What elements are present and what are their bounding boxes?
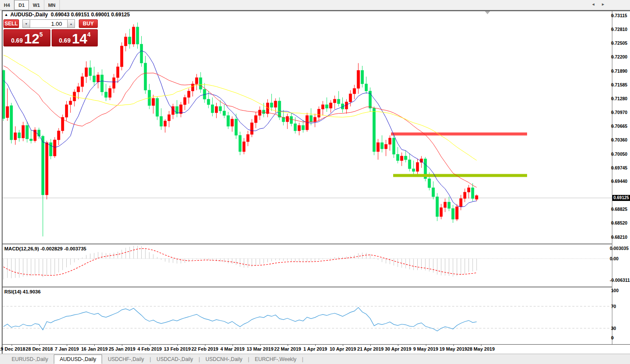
- buy-price-pip-digit: 4: [87, 31, 91, 38]
- timeframe-toolbar: H4D1W1MN: [0, 0, 630, 10]
- resistance-line: [391, 133, 527, 136]
- timeframe-button-d1[interactable]: D1: [14, 0, 29, 10]
- tab-scroll-right-button[interactable]: ►: [601, 2, 611, 6]
- price-axis-label: 0.72810: [611, 27, 630, 32]
- date-axis-tick: [398, 344, 398, 346]
- sell-button[interactable]: SELL: [3, 19, 19, 28]
- medium-ma-red: [3, 66, 477, 188]
- panel-splitter[interactable]: [3, 244, 612, 244]
- rsi-axis-label: 30: [611, 326, 630, 331]
- sell-price-tile[interactable]: 0.69 12 5: [3, 29, 50, 46]
- fast-ma-blue: [3, 51, 477, 207]
- chart-tab-eurchfweekly[interactable]: EURCHF-,Weekly: [249, 355, 302, 364]
- symbol-period-label: AUDUSD-,Daily: [10, 12, 48, 18]
- rsi-line: [3, 308, 477, 331]
- date-axis-tick: [122, 344, 122, 346]
- macd-axis-label: -0.006311: [610, 278, 630, 283]
- buy-price-tile[interactable]: 0.69 14 4: [52, 29, 98, 46]
- collapse-triangle-icon[interactable]: ▲: [4, 12, 8, 17]
- date-axis-tick: [12, 344, 12, 346]
- buy-price-prefix: 0.69: [59, 37, 71, 44]
- rsi-axis-label: 0: [611, 335, 630, 340]
- buy-price-big-digits: 14: [72, 31, 87, 46]
- price-axis-label: 0.70970: [611, 110, 630, 115]
- price-axis-label: 0.68210: [611, 234, 630, 240]
- sell-price-prefix: 0.69: [11, 37, 23, 44]
- volume-increase-button[interactable]: ▲: [67, 19, 75, 28]
- date-axis-tick: [453, 344, 454, 346]
- macd-axis-label: 0.00: [610, 256, 630, 261]
- date-axis-tick: [426, 344, 426, 346]
- price-axis-label: 0.69440: [611, 179, 630, 184]
- chart-tab-eurusddaily[interactable]: EURUSD-,Daily: [6, 355, 54, 364]
- date-axis-border: [3, 344, 630, 345]
- price-axis-label: 0.72200: [611, 54, 630, 59]
- date-axis-tick: [39, 344, 40, 346]
- support-line: [393, 174, 527, 177]
- price-axis-border: [612, 11, 612, 344]
- tab-separator: |: [302, 356, 303, 362]
- one-click-trading-panel: SELL ▼ ▲ BUY 0.69 12 5 0.69 14 4: [3, 19, 98, 46]
- chart-tab-usdcaddaily[interactable]: USDCAD-,Daily: [151, 355, 199, 364]
- chart-title: ▲AUDUSD-,Daily 0.69043 0.69151 0.69001 0…: [4, 12, 130, 18]
- price-axis-label: 0.73115: [611, 13, 630, 18]
- sell-price-big-digits: 12: [24, 31, 40, 46]
- price-axis-label: 0.72505: [611, 40, 630, 46]
- rsi-axis-label: 100: [611, 288, 630, 293]
- chart-tab-audusddaily[interactable]: AUDUSD-,Daily: [54, 355, 102, 364]
- price-axis-label: 0.68520: [611, 220, 630, 225]
- date-axis-tick: [370, 344, 371, 346]
- date-axis-tick: [233, 344, 233, 346]
- rsi-axis-label: 70: [611, 304, 630, 309]
- chart-tab-usdcnhdaily[interactable]: USDCNH-,Daily: [200, 355, 248, 364]
- sell-price-pip-digit: 5: [40, 31, 43, 38]
- current-price-tag: 0.69125: [612, 195, 630, 201]
- price-axis-label: 0.71280: [611, 96, 630, 101]
- timeframe-button-mn[interactable]: MN: [44, 0, 60, 10]
- macd-indicator-panel[interactable]: [3, 244, 612, 287]
- date-axis-tick: [94, 344, 95, 346]
- price-axis-label: 0.68825: [611, 207, 630, 212]
- volume-stepper: ▼ ▲: [22, 19, 75, 28]
- price-axis-label: 0.70665: [611, 123, 630, 129]
- date-axis-tick: [315, 344, 316, 346]
- date-axis-tick: [288, 344, 288, 346]
- rsi-indicator-panel[interactable]: [3, 287, 612, 344]
- price-axis-label: 0.70360: [611, 137, 630, 142]
- panel-splitter[interactable]: [3, 287, 612, 287]
- price-axis-label: 0.71585: [611, 82, 630, 87]
- timeframe-button-h4[interactable]: H4: [0, 0, 14, 10]
- date-axis-tick: [67, 344, 67, 346]
- mt4-chart-window: H4D1W1MN ▲AUDUSD-,Daily 0.69043 0.69151 …: [0, 0, 630, 364]
- tab-scroll-left-button[interactable]: ◄: [591, 2, 601, 6]
- buy-button[interactable]: BUY: [79, 19, 98, 28]
- rsi-label: RSI(14) 41.9036: [4, 289, 40, 294]
- ohlc-values: 0.69043 0.69151 0.69001 0.69125: [51, 12, 130, 18]
- date-axis-tick: [260, 344, 261, 346]
- date-axis-tick: [343, 344, 343, 346]
- date-axis-tick: [150, 344, 150, 346]
- date-axis-tick: [481, 344, 481, 346]
- date-axis-tick: [205, 344, 205, 346]
- chart-tab-usdchfdaily[interactable]: USDCHF-,Daily: [102, 355, 149, 364]
- tab-scroll-arrows: ◄►: [591, 2, 611, 6]
- price-axis-label: 0.71890: [611, 68, 630, 74]
- date-axis-label: 28 May 2019: [460, 346, 502, 352]
- volume-input[interactable]: [30, 19, 67, 28]
- macd-label: MACD(12,26,9) -0.002829 -0.003735: [4, 246, 87, 251]
- volume-decrease-button[interactable]: ▼: [22, 19, 30, 28]
- date-axis-tick: [177, 344, 178, 346]
- macd-axis-label: 0.003035: [610, 246, 630, 251]
- autoscroll-marker-icon[interactable]: [485, 11, 490, 14]
- timeframe-button-w1[interactable]: W1: [29, 0, 44, 10]
- chart-tab-bar: EURUSD-,DailyAUDUSD-,DailyUSDCHF-,Daily|…: [0, 354, 630, 364]
- price-axis-label: 0.70050: [611, 151, 630, 157]
- price-axis-label: 0.69745: [611, 165, 630, 170]
